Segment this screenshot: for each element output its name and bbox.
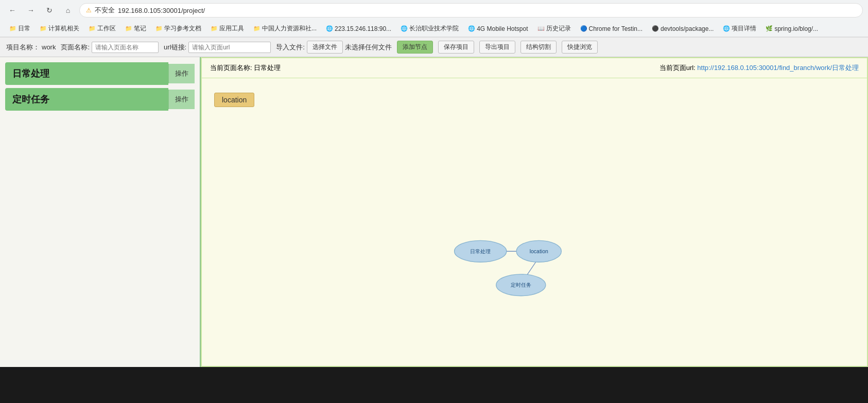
choose-file-button[interactable]: 选择文件	[307, 41, 343, 54]
forward-button[interactable]: →	[24, 3, 38, 17]
security-warning-icon: ⚠	[86, 7, 92, 14]
bookmark-folder-icon: 📁	[40, 25, 47, 32]
bookmark-label: 4G Mobile Hotspot	[477, 25, 528, 32]
project-name-label: 项目名称：	[6, 43, 40, 52]
bookmark-label: 223.15.246.118:90...	[335, 25, 391, 32]
main-layout: 日常处理 操作 定时任务 操作 当前页面名称: 日常处理 当前页面url: ht…	[0, 57, 868, 367]
bookmark-hr[interactable]: 📁 中国人力资源和社...	[249, 23, 321, 34]
url-section: url链接:	[164, 42, 271, 53]
import-label: 导入文件:	[276, 43, 305, 52]
project-name-section: 项目名称： work	[6, 43, 56, 52]
current-page-name: 日常处理	[254, 64, 281, 72]
content-header: 当前页面名称: 日常处理 当前页面url: http://192.168.0.1…	[202, 58, 867, 78]
structure-cut-button[interactable]: 结构切割	[520, 41, 557, 54]
bookmark-devtools-icon: ⚫	[652, 25, 659, 32]
graph-container: 日常处理 location 定时任务	[202, 78, 867, 366]
bookmark-label: 学习参考文档	[164, 24, 201, 33]
url-input[interactable]	[188, 42, 271, 53]
bookmark-folder-icon: 📁	[125, 25, 132, 32]
content-area: 当前页面名称: 日常处理 当前页面url: http://192.168.0.1…	[201, 57, 868, 367]
bookmark-label: 项目详情	[732, 24, 756, 33]
bookmark-label: 计算机相关	[48, 24, 79, 33]
refresh-button[interactable]: ↻	[42, 3, 57, 17]
bookmark-tools[interactable]: 📁 应用工具	[206, 23, 248, 34]
bookmark-web-icon: 🌐	[326, 25, 333, 32]
app-container: 项目名称： work 页面名称: url链接: 导入文件: 选择文件 未选择任何…	[0, 38, 868, 367]
bookmark-web-icon: 🌐	[401, 25, 408, 32]
sidebar-item-daily[interactable]: 日常处理 操作	[5, 62, 195, 85]
bookmark-label: spring.io/blog/...	[774, 25, 818, 32]
bookmark-workspace[interactable]: 📁 工作区	[84, 23, 120, 34]
bookmark-school[interactable]: 🌐 长治职业技术学院	[396, 23, 463, 34]
sidebar-scheduled-label[interactable]: 定时任务	[5, 88, 168, 111]
page-name-section: 页面名称:	[61, 42, 159, 53]
bookmark-daily[interactable]: 📁 日常	[5, 23, 34, 34]
bookmark-folder-icon: 📁	[253, 25, 261, 32]
sidebar-daily-op[interactable]: 操作	[168, 64, 195, 83]
toolbar: 项目名称： work 页面名称: url链接: 导入文件: 选择文件 未选择任何…	[0, 38, 868, 57]
sidebar-item-scheduled[interactable]: 定时任务 操作	[5, 88, 195, 111]
current-page-info: 当前页面名称: 日常处理	[210, 63, 281, 73]
save-project-button[interactable]: 保存项目	[438, 41, 474, 54]
bookmark-chrome-icon: 🔵	[580, 25, 587, 32]
bookmark-web-icon: 🌐	[468, 25, 475, 32]
node-scheduled-label: 定时任务	[511, 282, 531, 288]
bookmark-label: 中国人力资源和社...	[262, 24, 317, 33]
export-project-button[interactable]: 导出项目	[479, 41, 515, 54]
browser-nav: ← → ↻ ⌂ ⚠ 不安全 192.168.0.105:30001/projec…	[0, 0, 868, 21]
back-button[interactable]: ←	[5, 3, 20, 17]
bookmark-label: devtools/package...	[661, 25, 714, 32]
bookmark-label: 应用工具	[219, 24, 244, 33]
canvas-area: location 日常处理 location	[202, 78, 867, 366]
import-section: 导入文件: 选择文件 未选择任何文件	[276, 41, 392, 54]
bookmark-history-icon: 📖	[537, 25, 545, 32]
node-daily-label: 日常处理	[470, 249, 491, 254]
sidebar-daily-label[interactable]: 日常处理	[5, 62, 168, 85]
address-bar[interactable]: ⚠ 不安全 192.168.0.105:30001/project/	[79, 3, 863, 17]
bookmark-folder-icon: 📁	[211, 25, 218, 32]
quick-browse-button[interactable]: 快捷浏览	[562, 41, 598, 54]
sidebar-scheduled-op[interactable]: 操作	[168, 90, 195, 109]
graph-svg: 日常处理 location 定时任务	[202, 78, 867, 366]
bookmark-devtools[interactable]: ⚫ devtools/package...	[648, 24, 718, 34]
bookmark-computer[interactable]: 📁 计算机相关	[36, 23, 83, 34]
node-location-label: location	[530, 249, 548, 254]
add-node-button[interactable]: 添加节点	[397, 41, 433, 54]
no-file-text: 未选择任何文件	[345, 43, 392, 52]
current-url-info: 当前页面url: http://192.168.0.105:30001/find…	[659, 63, 859, 73]
sidebar: 日常处理 操作 定时任务 操作	[0, 57, 201, 367]
bookmark-label: 工作区	[97, 24, 116, 33]
bookmark-hotspot[interactable]: 🌐 4G Mobile Hotspot	[464, 24, 532, 34]
bookmark-folder-icon: 📁	[89, 25, 96, 32]
browser-chrome: ← → ↻ ⌂ ⚠ 不安全 192.168.0.105:30001/projec…	[0, 0, 868, 38]
bookmark-study[interactable]: 📁 学习参考文档	[151, 23, 205, 34]
bookmark-spring[interactable]: 🌿 spring.io/blog/...	[761, 24, 822, 34]
bookmark-label: 历史记录	[546, 24, 571, 33]
bookmark-history[interactable]: 📖 历史记录	[533, 23, 575, 34]
bookmarks-bar: 📁 日常 📁 计算机相关 📁 工作区 📁 笔记 📁 学习参考文档 📁 应用工具 …	[0, 21, 868, 37]
bookmark-label: 日常	[18, 24, 30, 33]
bookmark-folder-icon: 📁	[9, 25, 16, 32]
current-page-label: 当前页面名称:	[210, 64, 252, 72]
home-button[interactable]: ⌂	[61, 3, 75, 17]
address-text: 192.168.0.105:30001/project/	[118, 7, 205, 14]
bookmark-label: 长治职业技术学院	[409, 24, 459, 33]
bookmark-chrome-test[interactable]: 🔵 Chrome for Testin...	[576, 24, 647, 34]
page-name-label: 页面名称:	[61, 43, 90, 52]
page-name-input[interactable]	[92, 42, 159, 53]
current-url-label: 当前页面url:	[659, 64, 696, 72]
current-url-link[interactable]: http://192.168.0.105:30001/find_branch/w…	[697, 64, 859, 72]
bookmark-web-icon: 🌐	[723, 25, 730, 32]
bookmark-folder-icon: 📁	[155, 25, 163, 32]
url-label: url链接:	[164, 43, 186, 52]
security-warning-text: 不安全	[95, 6, 115, 15]
bookmark-project-detail[interactable]: 🌐 项目详情	[719, 23, 760, 34]
bookmark-label: 笔记	[134, 24, 146, 33]
bookmark-notes[interactable]: 📁 笔记	[121, 23, 150, 34]
bookmark-ip1[interactable]: 🌐 223.15.246.118:90...	[322, 24, 395, 34]
project-name-value: work	[42, 43, 56, 51]
bookmark-label: Chrome for Testin...	[589, 25, 643, 32]
bookmark-spring-icon: 🌿	[766, 25, 773, 32]
